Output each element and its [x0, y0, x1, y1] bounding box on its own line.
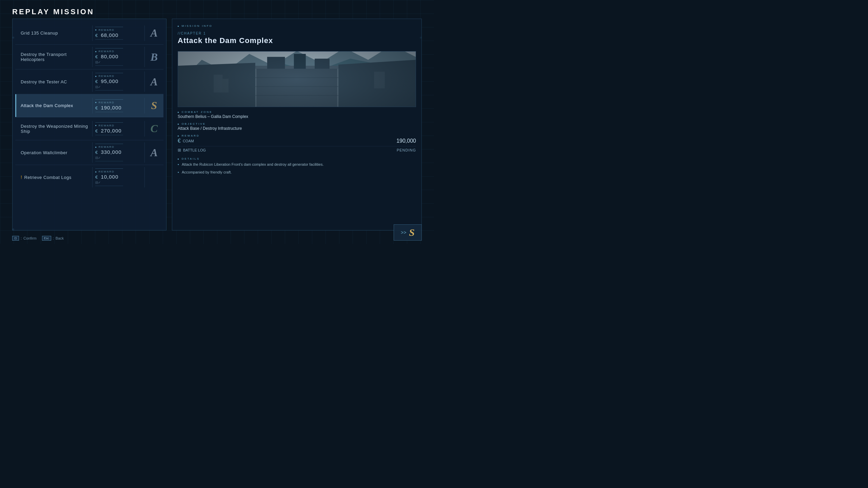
- details-list: Attack the Rubicon Liberation Front's da…: [178, 162, 416, 175]
- mission-item-dam-complex[interactable]: Attack the Dam ComplexREWARD€ 190,000S: [15, 94, 163, 117]
- confirm-key-icon: ⊡: [12, 236, 19, 241]
- back-hint-label: :: [53, 236, 54, 240]
- details-label: DETAILS: [178, 157, 416, 160]
- reward-label: REWARD: [178, 134, 416, 137]
- coam-label: € COAM: [178, 138, 194, 144]
- reward-value-grid-135: € 68,000: [95, 32, 142, 38]
- deco-top-combat-logs: [95, 168, 123, 169]
- main-container: Grid 135 CleanupREWARD€ 68,000ADestroy t…: [12, 19, 422, 230]
- battle-log-text: BATTLE LOG: [183, 148, 206, 152]
- deco-top-dam-complex: [95, 99, 123, 100]
- mission-reward-grid-135: REWARD€ 68,000: [92, 25, 145, 41]
- euro-icon: €: [178, 138, 181, 144]
- rank-letter-mining-ship: C: [151, 122, 158, 135]
- mission-item-combat-logs[interactable]: !Retrieve Combat LogsREWARD€ 10,000⊟✓: [15, 165, 163, 189]
- objective-label: OBJECTIVE: [178, 122, 416, 125]
- mission-name-grid-135: Grid 135 Cleanup: [15, 29, 92, 37]
- battle-log-icon: ⊞: [178, 148, 181, 152]
- reward-label-grid-135: REWARD: [95, 28, 142, 32]
- mission-info-label: MISSION INFO: [178, 24, 416, 27]
- rank-letter-dam-complex: S: [151, 99, 157, 112]
- deco-bottom-wallclimber: [95, 161, 123, 161]
- combat-zone-label: COMBAT ZONE: [178, 110, 416, 114]
- objective-value: Attack Base / Destroy Infrastructure: [178, 126, 416, 131]
- rank-letter-tester-ac: A: [151, 76, 158, 88]
- rank-letter-wallclimber: A: [151, 146, 158, 159]
- mission-reward-combat-logs: REWARD€ 10,000⊟✓: [92, 167, 145, 187]
- reward-value-dam-complex: € 190,000: [95, 105, 142, 110]
- mission-name-wallclimber: Operation Wallclimber: [15, 149, 92, 157]
- mission-image: [178, 51, 416, 107]
- mission-name-tester-ac: Destroy the Tester AC: [15, 78, 92, 86]
- log-icon-wallclimber: ⊟✓: [95, 156, 101, 160]
- confirm-hint: ⊡ : Confirm: [12, 236, 37, 241]
- svg-rect-32: [178, 52, 416, 107]
- mission-reward-dam-complex: REWARD€ 190,000: [92, 98, 145, 114]
- mission-rank-mining-ship: C: [145, 122, 163, 135]
- battle-log-status: PENDING: [397, 148, 416, 152]
- deco-bottom-grid-135: [95, 39, 123, 40]
- deco-bottom-tester-ac: [95, 90, 123, 90]
- deco-top-wallclimber: [95, 144, 123, 144]
- confirm-hint-label: :: [21, 236, 22, 240]
- battle-log-label: ⊞ BATTLE LOG: [178, 148, 206, 152]
- detail-item-1: Accompanied by friendly craft.: [178, 169, 416, 175]
- back-hint: Esc : Back: [42, 236, 64, 241]
- mission-item-wallclimber[interactable]: Operation WallclimberREWARD€ 330,000⊟✓A: [15, 140, 163, 165]
- rank-letter-transport-helicopters: B: [151, 51, 158, 63]
- mission-item-grid-135[interactable]: Grid 135 CleanupREWARD€ 68,000A: [15, 22, 163, 45]
- reward-label-mining-ship: REWARD: [95, 124, 142, 127]
- confirm-label: Confirm: [23, 236, 37, 240]
- deco-top-transport-helicopters: [95, 48, 123, 48]
- coam-row: € COAM 190,000: [178, 138, 416, 146]
- mission-name-combat-logs: !Retrieve Combat Logs: [15, 173, 92, 181]
- reward-icons-combat-logs: ⊟✓: [95, 181, 142, 184]
- deco-bottom-dam-complex: [95, 112, 123, 112]
- mission-reward-wallclimber: REWARD€ 330,000⊟✓: [92, 142, 145, 163]
- reward-icons-wallclimber: ⊟✓: [95, 156, 142, 160]
- mission-list-panel: Grid 135 CleanupREWARD€ 68,000ADestroy t…: [12, 19, 166, 230]
- coam-value: 190,000: [396, 138, 416, 144]
- reward-value-wallclimber: € 330,000: [95, 149, 142, 155]
- log-icon-combat-logs: ⊟✓: [95, 181, 101, 184]
- back-key-icon: Esc: [42, 236, 51, 241]
- confirm-button[interactable]: >> S: [394, 224, 422, 241]
- mission-item-transport-helicopters[interactable]: Destroy the Transport HelicoptersREWARD€…: [15, 45, 163, 69]
- battle-log-row: ⊞ BATTLE LOG PENDING: [178, 146, 416, 154]
- mission-info-panel: MISSION INFO //CHAPTER 1 Attack the Dam …: [172, 19, 422, 230]
- deco-top-grid-135: [95, 27, 123, 27]
- mission-reward-tester-ac: REWARD€ 95,000⊟✓: [92, 72, 145, 92]
- log-icon-tester-ac: ⊟✓: [95, 85, 101, 89]
- selected-mission-title: Attack the Dam Complex: [178, 36, 416, 45]
- back-label: Back: [56, 236, 64, 240]
- reward-value-mining-ship: € 270,000: [95, 128, 142, 134]
- reward-label-dam-complex: REWARD: [95, 101, 142, 104]
- details-section: DETAILS Attack the Rubicon Liberation Fr…: [178, 157, 416, 225]
- reward-value-combat-logs: € 10,000: [95, 174, 142, 180]
- chapter-label: //CHAPTER 1: [178, 32, 416, 35]
- mission-rank-grid-135: A: [145, 27, 163, 39]
- deco-bottom-mining-ship: [95, 135, 123, 135]
- alert-icon-combat-logs: !: [21, 175, 22, 180]
- mission-rank-wallclimber: A: [145, 146, 163, 159]
- mission-rank-transport-helicopters: B: [145, 51, 163, 63]
- mission-name-transport-helicopters: Destroy the Transport Helicopters: [15, 50, 92, 63]
- reward-icons-tester-ac: ⊟✓: [95, 85, 142, 89]
- mission-rank-tester-ac: A: [145, 76, 163, 88]
- combat-zone-value: Southern Belius – Gallia Dam Complex: [178, 114, 416, 119]
- reward-icons-transport-helicopters: ⊟✓: [95, 60, 142, 64]
- coam-text: COAM: [183, 139, 194, 143]
- mission-item-tester-ac[interactable]: Destroy the Tester ACREWARD€ 95,000⊟✓A: [15, 69, 163, 94]
- bottom-bar: ⊡ : Confirm Esc : Back >> S: [12, 236, 422, 241]
- reward-value-transport-helicopters: € 80,000: [95, 54, 142, 59]
- mission-item-mining-ship[interactable]: Destroy the Weaponized Mining ShipREWARD…: [15, 117, 163, 140]
- deco-top-tester-ac: [95, 73, 123, 73]
- control-hints: ⊡ : Confirm Esc : Back: [12, 236, 64, 241]
- rank-letter-grid-135: A: [151, 27, 158, 39]
- mission-name-dam-complex: Attack the Dam Complex: [15, 102, 92, 109]
- reward-value-tester-ac: € 95,000: [95, 78, 142, 84]
- deco-bottom-transport-helicopters: [95, 65, 123, 66]
- reward-label-tester-ac: REWARD: [95, 75, 142, 78]
- combat-zone-section: COMBAT ZONE Southern Belius – Gallia Dam…: [178, 110, 416, 119]
- confirm-arrows-icon: >>: [401, 230, 406, 235]
